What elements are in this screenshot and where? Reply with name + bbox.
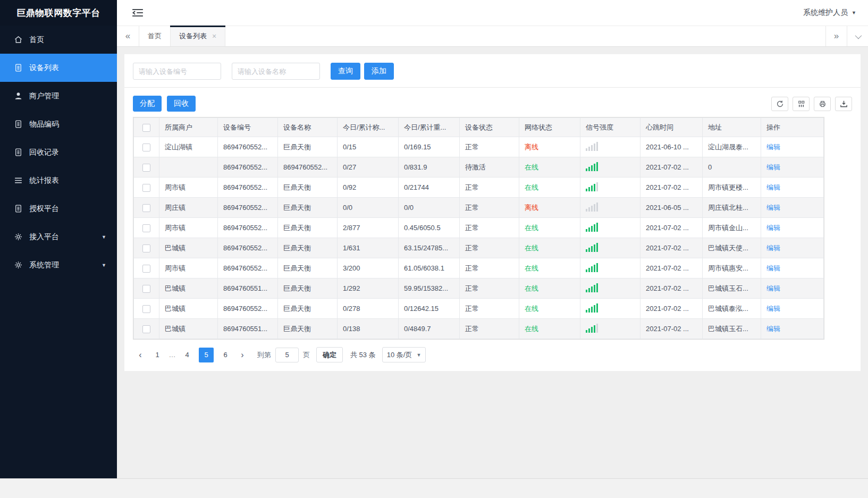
- cell-signal: [580, 258, 641, 278]
- row-checkbox[interactable]: [142, 144, 150, 151]
- device-name-input[interactable]: [232, 63, 320, 80]
- cell-device-no: 8694760551...: [218, 319, 278, 339]
- network-status-badge: 在线: [525, 244, 538, 252]
- signal-bars-icon: [586, 182, 598, 191]
- page-input[interactable]: [275, 348, 299, 362]
- cell-signal: [580, 319, 641, 339]
- cell-device-status: 正常: [460, 238, 519, 258]
- row-checkbox[interactable]: [142, 224, 150, 232]
- page-number-5[interactable]: 5: [199, 348, 214, 362]
- cell-merchant: [159, 157, 218, 178]
- prev-page-icon[interactable]: ‹: [133, 348, 148, 362]
- row-checkbox[interactable]: [142, 184, 150, 192]
- table-row: 巴城镇8694760552...巨鼎天衡1/63163.15/24785...正…: [134, 238, 824, 258]
- confirm-button[interactable]: 确定: [316, 347, 343, 362]
- edit-link[interactable]: 编辑: [766, 284, 780, 292]
- print-icon[interactable]: [814, 97, 831, 111]
- cell-today-count: 0/92: [338, 178, 399, 198]
- cell-device-status: 正常: [460, 218, 519, 238]
- sidebar-item-doc-物品编码[interactable]: 物品编码: [0, 110, 117, 138]
- row-checkbox[interactable]: [142, 164, 150, 172]
- assign-button[interactable]: 分配: [133, 96, 162, 112]
- cell-address: 淀山湖晟泰...: [703, 137, 761, 157]
- device-no-input[interactable]: [133, 63, 221, 80]
- query-button[interactable]: 查询: [331, 63, 360, 80]
- row-checkbox[interactable]: [142, 325, 150, 333]
- edit-link[interactable]: 编辑: [766, 163, 780, 171]
- sidebar-item-user-商户管理[interactable]: 商户管理: [0, 82, 117, 110]
- page-size-select[interactable]: 10 条/页 ▼: [382, 347, 426, 362]
- edit-link[interactable]: 编辑: [766, 143, 780, 151]
- sidebar-item-lines-统计报表[interactable]: 统计报表: [0, 166, 117, 195]
- cell-signal: [580, 278, 641, 299]
- sidebar-item-gear-接入平台[interactable]: 接入平台▼: [0, 223, 117, 251]
- page-number-6[interactable]: 6: [218, 348, 233, 362]
- cell-actions: 编辑: [761, 299, 824, 319]
- tab-label: 首页: [148, 31, 162, 41]
- cell-merchant: 周市镇: [159, 258, 218, 278]
- edit-link[interactable]: 编辑: [766, 244, 780, 252]
- select-all-checkbox[interactable]: [142, 124, 150, 132]
- cell-network-status: 离线: [519, 198, 580, 218]
- cell-merchant: 巴城镇: [159, 299, 218, 319]
- row-checkbox[interactable]: [142, 244, 150, 252]
- tabs-scroll-left-icon[interactable]: «: [117, 26, 139, 46]
- sidebar-item-gear-系统管理[interactable]: 系统管理▼: [0, 251, 117, 279]
- page-number-1[interactable]: 1: [150, 348, 165, 362]
- tabs-scroll-right-icon[interactable]: »: [825, 26, 847, 46]
- sidebar-item-doc-授权平台[interactable]: 授权平台: [0, 195, 117, 223]
- cell-today-weight: 0/4849.7: [399, 319, 460, 339]
- sidebar-item-doc-回收记录[interactable]: 回收记录: [0, 138, 117, 166]
- page-number-4[interactable]: 4: [180, 348, 195, 362]
- edit-link[interactable]: 编辑: [766, 183, 780, 191]
- table-tools: [771, 97, 852, 111]
- add-button[interactable]: 添加: [364, 63, 394, 80]
- cell-address: 周庄镇北桂...: [703, 198, 761, 218]
- cell-device-name: 巨鼎天衡: [278, 238, 338, 258]
- divider: [124, 87, 861, 88]
- user-menu[interactable]: 系统维护人员 ▼: [803, 8, 856, 18]
- sidebar-item-label: 统计报表: [29, 176, 59, 185]
- table-row: 周市镇8694760552...巨鼎天衡0/920/21744正常在线2021-…: [134, 178, 824, 198]
- row-checkbox[interactable]: [142, 305, 150, 313]
- close-icon[interactable]: ×: [212, 32, 216, 40]
- signal-bars-icon: [586, 202, 598, 212]
- sidebar-item-home-首页[interactable]: 首页: [0, 26, 117, 54]
- header-cell: 今日/累计称...: [338, 118, 399, 137]
- cell-network-status: 在线: [519, 238, 580, 258]
- row-checkbox[interactable]: [142, 204, 150, 212]
- cell-device-no: 8694760552...: [218, 258, 278, 278]
- cell-device-name: 巨鼎天衡: [278, 319, 338, 339]
- row-checkbox[interactable]: [142, 285, 150, 293]
- cell-device-status: 待激活: [460, 157, 519, 178]
- refresh-icon[interactable]: [771, 97, 788, 111]
- tabs-menu-icon[interactable]: [847, 26, 868, 46]
- search-row: 查询 添加: [133, 63, 852, 80]
- header-cell: 地址: [703, 118, 761, 137]
- app-title: 巨鼎物联网数字平台: [0, 0, 117, 26]
- edit-link[interactable]: 编辑: [766, 264, 780, 272]
- device-list-card: 查询 添加 分配 回收 所属商户设备编号设备名称今日/累计称...今日/累计重.…: [124, 54, 861, 371]
- table-row: 周市镇8694760552...巨鼎天衡2/8770.45/6050.5正常在线…: [134, 218, 824, 238]
- recycle-button[interactable]: 回收: [167, 96, 196, 112]
- cell-device-no: 8694760552...: [218, 299, 278, 319]
- gear-icon: [14, 260, 23, 269]
- cell-actions: 编辑: [761, 238, 824, 258]
- header-cell: 今日/累计重...: [399, 118, 460, 137]
- row-checkbox[interactable]: [142, 265, 150, 273]
- edit-link[interactable]: 编辑: [766, 305, 780, 313]
- export-icon[interactable]: [835, 97, 852, 111]
- sidebar-item-doc-设备列表[interactable]: 设备列表: [0, 54, 117, 82]
- network-status-badge: 在线: [525, 264, 538, 272]
- menu-collapse-icon[interactable]: [132, 8, 144, 18]
- tab-首页[interactable]: 首页: [139, 26, 171, 46]
- doc-icon: [14, 63, 23, 72]
- table-row: 淀山湖镇8694760552...巨鼎天衡0/150/169.15正常离线202…: [134, 137, 824, 157]
- next-page-icon[interactable]: ›: [235, 348, 250, 362]
- edit-link[interactable]: 编辑: [766, 204, 780, 212]
- cell-signal: [580, 218, 641, 238]
- edit-link[interactable]: 编辑: [766, 224, 780, 232]
- columns-icon[interactable]: [793, 97, 810, 111]
- tab-设备列表[interactable]: 设备列表×: [171, 26, 225, 46]
- edit-link[interactable]: 编辑: [766, 325, 780, 333]
